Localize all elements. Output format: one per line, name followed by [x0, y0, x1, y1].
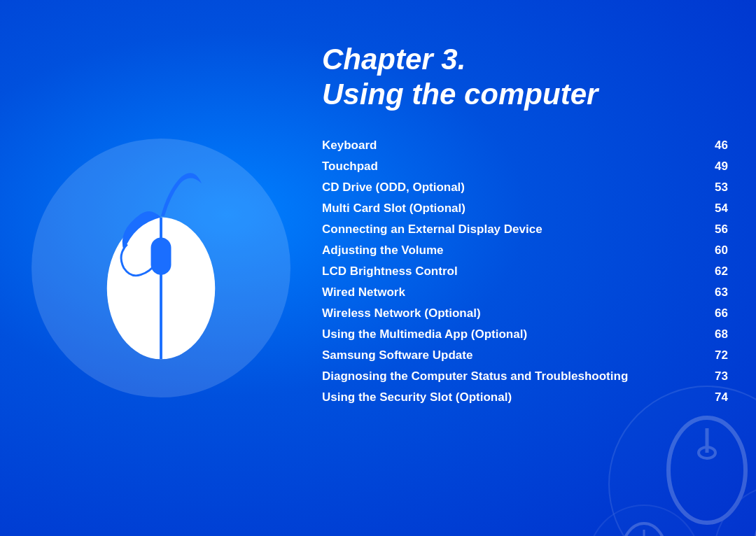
circle-decoration [31, 139, 290, 397]
toc-item-page: 73 [700, 369, 728, 383]
toc-item-page: 54 [700, 202, 728, 216]
toc-row: Samsung Software Update72 [322, 345, 728, 366]
toc-item-text: Keyboard [322, 139, 700, 153]
toc-row: Using the Security Slot (Optional)74 [322, 387, 728, 408]
toc-row: Multi Card Slot (Optional)54 [322, 198, 728, 219]
toc-item-text: Diagnosing the Computer Status and Troub… [322, 369, 700, 383]
toc-item-page: 74 [700, 390, 728, 404]
toc-item-page: 60 [700, 244, 728, 258]
toc-row: CD Drive (ODD, Optional)53 [322, 177, 728, 198]
toc-item-text: Touchpad [322, 160, 700, 174]
toc-item-text: Connecting an External Display Device [322, 223, 700, 237]
toc-item-page: 62 [700, 265, 728, 278]
chapter-label: Chapter 3. [322, 42, 728, 77]
toc-item-text: Multi Card Slot (Optional) [322, 202, 700, 216]
chapter-title: Using the computer [322, 77, 728, 112]
toc-row: LCD Brightness Control62 [322, 261, 728, 282]
toc-list: Keyboard46Touchpad49CD Drive (ODD, Optio… [322, 135, 728, 408]
toc-row: Connecting an External Display Device56 [322, 219, 728, 240]
toc-row: Keyboard46 [322, 135, 728, 156]
toc-item-page: 68 [700, 327, 728, 341]
toc-item-text: LCD Brightness Control [322, 265, 700, 278]
toc-row: Diagnosing the Computer Status and Troub… [322, 366, 728, 387]
toc-item-text: Adjusting the Volume [322, 244, 700, 258]
right-panel: Chapter 3. Using the computer Keyboard46… [322, 42, 728, 408]
toc-item-page: 46 [700, 139, 728, 153]
toc-row: Wireless Network (Optional)66 [322, 303, 728, 324]
toc-item-page: 63 [700, 285, 728, 299]
toc-item-text: Using the Multimedia App (Optional) [322, 327, 700, 341]
toc-item-text: Samsung Software Update [322, 348, 700, 362]
mouse-icon [84, 170, 238, 366]
toc-item-page: 49 [700, 160, 728, 174]
toc-item-text: CD Drive (ODD, Optional) [322, 181, 700, 195]
toc-row: Using the Multimedia App (Optional)68 [322, 324, 728, 345]
toc-item-text: Wireless Network (Optional) [322, 306, 700, 320]
toc-item-page: 72 [700, 348, 728, 362]
toc-item-page: 56 [700, 223, 728, 237]
toc-row: Wired Network63 [322, 282, 728, 303]
toc-row: Adjusting the Volume60 [322, 240, 728, 261]
toc-item-text: Using the Security Slot (Optional) [322, 390, 700, 404]
toc-item-page: 53 [700, 181, 728, 195]
toc-row: Touchpad49 [322, 156, 728, 177]
left-panel [28, 100, 294, 436]
toc-item-text: Wired Network [322, 285, 700, 299]
toc-item-page: 66 [700, 306, 728, 320]
